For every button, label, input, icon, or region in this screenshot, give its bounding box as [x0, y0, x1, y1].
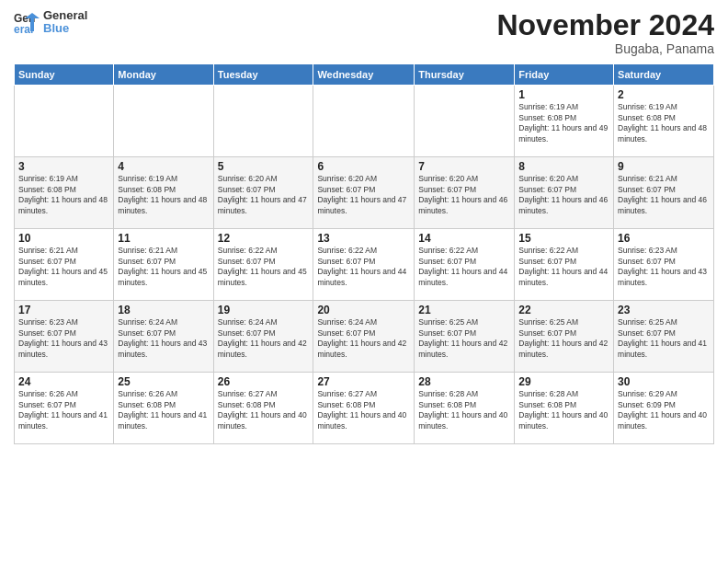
- col-monday: Monday: [114, 64, 213, 86]
- logo: Gen eral General Blue: [14, 9, 87, 36]
- calendar-cell-w3-d6: 23Sunrise: 6:25 AMSunset: 6:07 PMDayligh…: [614, 301, 714, 373]
- day-number: 21: [418, 304, 510, 316]
- col-sunday: Sunday: [15, 64, 114, 86]
- calendar-cell-w1-d4: 7Sunrise: 6:20 AMSunset: 6:07 PMDaylight…: [415, 157, 515, 229]
- day-number: 18: [118, 304, 209, 316]
- day-info: Sunrise: 6:22 AMSunset: 6:07 PMDaylight:…: [518, 246, 609, 288]
- calendar-cell-w0-d3: [313, 86, 415, 157]
- col-wednesday: Wednesday: [313, 64, 415, 86]
- day-number: 6: [317, 160, 410, 173]
- week-row-0: 1Sunrise: 6:19 AMSunset: 6:08 PMDaylight…: [15, 86, 714, 157]
- col-tuesday: Tuesday: [213, 64, 313, 86]
- calendar-header-row: Sunday Monday Tuesday Wednesday Thursday…: [15, 64, 714, 86]
- calendar-cell-w1-d0: 3Sunrise: 6:19 AMSunset: 6:08 PMDaylight…: [15, 157, 114, 229]
- calendar-cell-w1-d2: 5Sunrise: 6:20 AMSunset: 6:07 PMDaylight…: [213, 157, 313, 229]
- calendar-cell-w0-d2: [213, 86, 313, 157]
- calendar-cell-w3-d4: 21Sunrise: 6:25 AMSunset: 6:07 PMDayligh…: [415, 301, 515, 373]
- day-info: Sunrise: 6:21 AMSunset: 6:07 PMDaylight:…: [18, 246, 109, 288]
- day-info: Sunrise: 6:27 AMSunset: 6:08 PMDaylight:…: [218, 389, 310, 431]
- day-info: Sunrise: 6:19 AMSunset: 6:08 PMDaylight:…: [18, 174, 109, 216]
- day-number: 26: [218, 375, 310, 388]
- calendar-cell-w4-d3: 27Sunrise: 6:27 AMSunset: 6:08 PMDayligh…: [313, 373, 415, 444]
- calendar-cell-w0-d5: 1Sunrise: 6:19 AMSunset: 6:08 PMDaylight…: [515, 86, 614, 157]
- calendar-cell-w4-d2: 26Sunrise: 6:27 AMSunset: 6:08 PMDayligh…: [213, 373, 313, 444]
- calendar-cell-w0-d1: [114, 86, 213, 157]
- day-number: 1: [518, 88, 609, 101]
- day-number: 24: [18, 375, 109, 388]
- title-area: November 2024 Bugaba, Panama: [496, 9, 714, 56]
- day-info: Sunrise: 6:24 AMSunset: 6:07 PMDaylight:…: [218, 317, 310, 360]
- day-number: 8: [518, 160, 609, 173]
- week-row-4: 24Sunrise: 6:26 AMSunset: 6:07 PMDayligh…: [15, 373, 714, 444]
- day-info: Sunrise: 6:26 AMSunset: 6:08 PMDaylight:…: [118, 389, 209, 431]
- day-info: Sunrise: 6:23 AMSunset: 6:07 PMDaylight:…: [18, 317, 109, 360]
- calendar-cell-w4-d1: 25Sunrise: 6:26 AMSunset: 6:08 PMDayligh…: [114, 373, 213, 444]
- day-info: Sunrise: 6:20 AMSunset: 6:07 PMDaylight:…: [218, 174, 310, 216]
- day-info: Sunrise: 6:20 AMSunset: 6:07 PMDaylight:…: [418, 174, 510, 216]
- location-subtitle: Bugaba, Panama: [496, 41, 714, 56]
- day-info: Sunrise: 6:21 AMSunset: 6:07 PMDaylight:…: [118, 246, 209, 288]
- calendar-cell-w4-d6: 30Sunrise: 6:29 AMSunset: 6:09 PMDayligh…: [614, 373, 714, 444]
- calendar-cell-w3-d2: 19Sunrise: 6:24 AMSunset: 6:07 PMDayligh…: [213, 301, 313, 373]
- logo-line2: Blue: [43, 22, 87, 35]
- day-info: Sunrise: 6:19 AMSunset: 6:08 PMDaylight:…: [518, 102, 609, 144]
- week-row-3: 17Sunrise: 6:23 AMSunset: 6:07 PMDayligh…: [15, 301, 714, 373]
- calendar-cell-w0-d6: 2Sunrise: 6:19 AMSunset: 6:08 PMDaylight…: [614, 86, 714, 157]
- calendar-cell-w2-d0: 10Sunrise: 6:21 AMSunset: 6:07 PMDayligh…: [15, 229, 114, 301]
- week-row-2: 10Sunrise: 6:21 AMSunset: 6:07 PMDayligh…: [15, 229, 714, 301]
- day-info: Sunrise: 6:23 AMSunset: 6:07 PMDaylight:…: [618, 246, 710, 288]
- day-number: 10: [18, 232, 109, 245]
- calendar-cell-w4-d5: 29Sunrise: 6:28 AMSunset: 6:08 PMDayligh…: [515, 373, 614, 444]
- day-info: Sunrise: 6:19 AMSunset: 6:08 PMDaylight:…: [618, 102, 710, 144]
- day-info: Sunrise: 6:28 AMSunset: 6:08 PMDaylight:…: [518, 389, 609, 431]
- day-info: Sunrise: 6:24 AMSunset: 6:07 PMDaylight:…: [317, 317, 410, 360]
- day-info: Sunrise: 6:22 AMSunset: 6:07 PMDaylight:…: [317, 246, 410, 288]
- day-number: 7: [418, 160, 510, 173]
- calendar-cell-w3-d3: 20Sunrise: 6:24 AMSunset: 6:07 PMDayligh…: [313, 301, 415, 373]
- day-number: 23: [618, 304, 710, 316]
- month-title: November 2024: [496, 9, 714, 41]
- day-info: Sunrise: 6:29 AMSunset: 6:09 PMDaylight:…: [618, 389, 710, 431]
- day-number: 2: [618, 88, 710, 101]
- calendar-cell-w2-d3: 13Sunrise: 6:22 AMSunset: 6:07 PMDayligh…: [313, 229, 415, 301]
- day-info: Sunrise: 6:21 AMSunset: 6:07 PMDaylight:…: [618, 174, 710, 216]
- day-info: Sunrise: 6:26 AMSunset: 6:07 PMDaylight:…: [18, 389, 109, 431]
- day-number: 11: [118, 232, 209, 245]
- day-info: Sunrise: 6:25 AMSunset: 6:07 PMDaylight:…: [618, 317, 710, 360]
- day-number: 19: [218, 304, 310, 316]
- day-info: Sunrise: 6:20 AMSunset: 6:07 PMDaylight:…: [317, 174, 410, 216]
- day-number: 25: [118, 375, 209, 388]
- day-number: 12: [218, 232, 310, 245]
- day-info: Sunrise: 6:22 AMSunset: 6:07 PMDaylight:…: [418, 246, 510, 288]
- calendar-cell-w4-d4: 28Sunrise: 6:28 AMSunset: 6:08 PMDayligh…: [415, 373, 515, 444]
- day-number: 29: [518, 375, 609, 388]
- col-thursday: Thursday: [415, 64, 515, 86]
- day-info: Sunrise: 6:25 AMSunset: 6:07 PMDaylight:…: [518, 317, 609, 360]
- day-number: 15: [518, 232, 609, 245]
- col-saturday: Saturday: [614, 64, 714, 86]
- day-info: Sunrise: 6:28 AMSunset: 6:08 PMDaylight:…: [418, 389, 510, 431]
- calendar-cell-w1-d3: 6Sunrise: 6:20 AMSunset: 6:07 PMDaylight…: [313, 157, 415, 229]
- calendar-cell-w2-d2: 12Sunrise: 6:22 AMSunset: 6:07 PMDayligh…: [213, 229, 313, 301]
- day-number: 27: [317, 375, 410, 388]
- calendar-cell-w0-d0: [15, 86, 114, 157]
- calendar-cell-w3-d0: 17Sunrise: 6:23 AMSunset: 6:07 PMDayligh…: [15, 301, 114, 373]
- day-number: 13: [317, 232, 410, 245]
- calendar-cell-w1-d6: 9Sunrise: 6:21 AMSunset: 6:07 PMDaylight…: [614, 157, 714, 229]
- day-number: 16: [618, 232, 710, 245]
- day-number: 9: [618, 160, 710, 173]
- calendar-cell-w2-d1: 11Sunrise: 6:21 AMSunset: 6:07 PMDayligh…: [114, 229, 213, 301]
- day-number: 30: [618, 375, 710, 388]
- day-info: Sunrise: 6:27 AMSunset: 6:08 PMDaylight:…: [317, 389, 410, 431]
- page: Gen eral General Blue November 2024 Buga…: [0, 0, 728, 563]
- calendar-cell-w3-d1: 18Sunrise: 6:24 AMSunset: 6:07 PMDayligh…: [114, 301, 213, 373]
- day-number: 22: [518, 304, 609, 316]
- calendar-cell-w2-d5: 15Sunrise: 6:22 AMSunset: 6:07 PMDayligh…: [515, 229, 614, 301]
- calendar-table: Sunday Monday Tuesday Wednesday Thursday…: [14, 63, 714, 444]
- calendar-cell-w3-d5: 22Sunrise: 6:25 AMSunset: 6:07 PMDayligh…: [515, 301, 614, 373]
- day-number: 17: [18, 304, 109, 316]
- day-number: 28: [418, 375, 510, 388]
- calendar-cell-w1-d5: 8Sunrise: 6:20 AMSunset: 6:07 PMDaylight…: [515, 157, 614, 229]
- day-number: 3: [18, 160, 109, 173]
- day-info: Sunrise: 6:22 AMSunset: 6:07 PMDaylight:…: [218, 246, 310, 288]
